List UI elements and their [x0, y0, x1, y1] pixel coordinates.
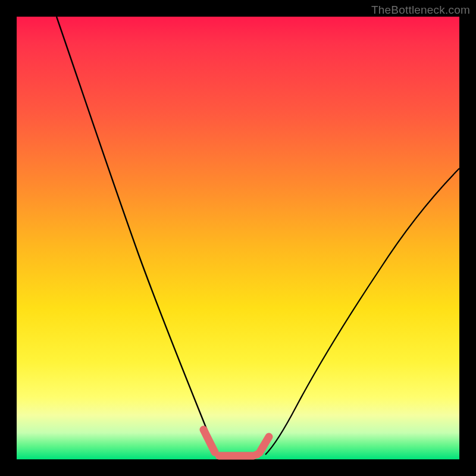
plot-area [17, 17, 459, 459]
bottom-marker-group [203, 430, 269, 456]
chart-svg [17, 17, 459, 459]
right-curve [265, 168, 459, 455]
chart-frame: TheBottleneck.com [0, 0, 476, 476]
watermark-text: TheBottleneck.com [371, 4, 470, 17]
left-curve [57, 17, 219, 456]
